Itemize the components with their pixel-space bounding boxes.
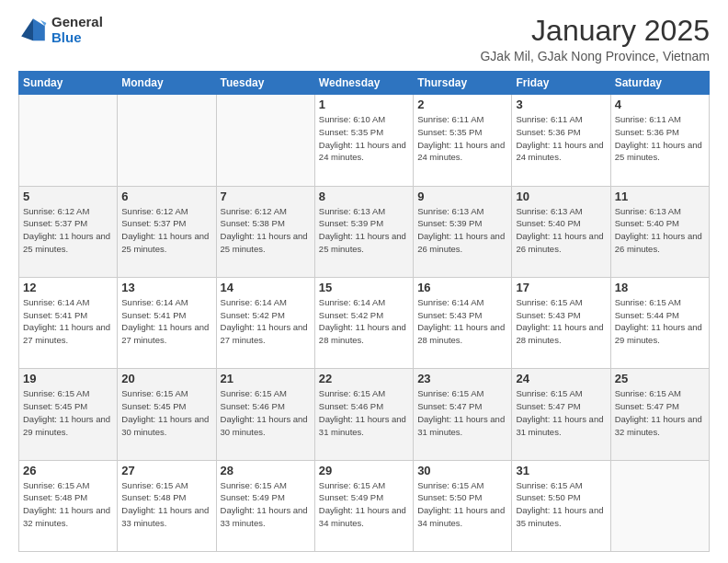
logo-icon [18,16,48,45]
day-detail: Sunrise: 6:15 AMSunset: 5:45 PMDaylight:… [121,387,211,438]
calendar-cell-w2-d3: 7Sunrise: 6:12 AMSunset: 5:38 PMDaylight… [216,186,314,277]
day-detail: Sunrise: 6:13 AMSunset: 5:39 PMDaylight:… [417,205,507,256]
col-wednesday: Wednesday [314,72,413,95]
calendar-cell-w5-d6: 31Sunrise: 6:15 AMSunset: 5:50 PMDayligh… [512,460,610,551]
day-detail: Sunrise: 6:12 AMSunset: 5:38 PMDaylight:… [221,205,311,256]
calendar-cell-w5-d2: 27Sunrise: 6:15 AMSunset: 5:48 PMDayligh… [118,460,216,551]
calendar-cell-w1-d3 [216,95,314,186]
col-thursday: Thursday [414,72,512,95]
calendar-table: Sunday Monday Tuesday Wednesday Thursday… [18,71,710,552]
day-number: 31 [516,464,606,477]
col-sunday: Sunday [19,72,118,95]
day-number: 13 [121,281,211,294]
day-detail: Sunrise: 6:15 AMSunset: 5:47 PMDaylight:… [516,387,606,438]
day-number: 23 [417,372,507,385]
page: General Blue January 2025 GJak Mil, GJak… [0,0,728,563]
day-detail: Sunrise: 6:14 AMSunset: 5:42 PMDaylight:… [319,296,409,347]
calendar-week-4: 19Sunrise: 6:15 AMSunset: 5:45 PMDayligh… [19,369,710,460]
calendar-cell-w3-d1: 12Sunrise: 6:14 AMSunset: 5:41 PMDayligh… [19,277,118,368]
day-detail: Sunrise: 6:15 AMSunset: 5:47 PMDaylight:… [615,387,705,438]
day-number: 16 [417,281,507,294]
day-detail: Sunrise: 6:15 AMSunset: 5:49 PMDaylight:… [319,479,409,530]
calendar-cell-w5-d5: 30Sunrise: 6:15 AMSunset: 5:50 PMDayligh… [414,460,512,551]
day-detail: Sunrise: 6:14 AMSunset: 5:41 PMDaylight:… [23,296,113,347]
calendar-cell-w4-d3: 21Sunrise: 6:15 AMSunset: 5:46 PMDayligh… [216,369,314,460]
header: General Blue January 2025 GJak Mil, GJak… [18,15,710,63]
calendar-cell-w1-d2 [118,95,216,186]
day-number: 24 [516,372,606,385]
day-number: 18 [615,281,705,294]
calendar-cell-w3-d7: 18Sunrise: 6:15 AMSunset: 5:44 PMDayligh… [610,277,709,368]
logo-blue-text: Blue [51,30,103,46]
day-number: 29 [319,464,409,477]
calendar-cell-w2-d6: 10Sunrise: 6:13 AMSunset: 5:40 PMDayligh… [512,186,610,277]
calendar-header-row: Sunday Monday Tuesday Wednesday Thursday… [19,72,710,95]
calendar-cell-w4-d7: 25Sunrise: 6:15 AMSunset: 5:47 PMDayligh… [610,369,709,460]
day-number: 3 [516,98,606,111]
logo-text: General Blue [51,15,103,45]
day-detail: Sunrise: 6:11 AMSunset: 5:36 PMDaylight:… [516,113,606,164]
day-number: 8 [319,190,409,203]
calendar-cell-w2-d1: 5Sunrise: 6:12 AMSunset: 5:37 PMDaylight… [19,186,118,277]
calendar-cell-w1-d5: 2Sunrise: 6:11 AMSunset: 5:35 PMDaylight… [414,95,512,186]
calendar-cell-w4-d5: 23Sunrise: 6:15 AMSunset: 5:47 PMDayligh… [414,369,512,460]
day-detail: Sunrise: 6:15 AMSunset: 5:46 PMDaylight:… [319,387,409,438]
calendar-cell-w2-d7: 11Sunrise: 6:13 AMSunset: 5:40 PMDayligh… [610,186,709,277]
day-number: 12 [23,281,113,294]
day-detail: Sunrise: 6:12 AMSunset: 5:37 PMDaylight:… [121,205,211,256]
title-block: January 2025 GJak Mil, GJak Nong Provinc… [480,15,710,63]
day-detail: Sunrise: 6:13 AMSunset: 5:39 PMDaylight:… [319,205,409,256]
calendar-week-2: 5Sunrise: 6:12 AMSunset: 5:37 PMDaylight… [19,186,710,277]
calendar-cell-w3-d6: 17Sunrise: 6:15 AMSunset: 5:43 PMDayligh… [512,277,610,368]
calendar-cell-w1-d4: 1Sunrise: 6:10 AMSunset: 5:35 PMDaylight… [314,95,413,186]
svg-marker-1 [21,18,33,40]
day-number: 6 [121,190,211,203]
day-detail: Sunrise: 6:15 AMSunset: 5:49 PMDaylight:… [221,479,311,530]
day-detail: Sunrise: 6:15 AMSunset: 5:48 PMDaylight:… [121,479,211,530]
day-number: 21 [221,372,311,385]
location-title: GJak Mil, GJak Nong Province, Vietnam [480,49,710,63]
calendar-cell-w1-d7: 4Sunrise: 6:11 AMSunset: 5:36 PMDaylight… [610,95,709,186]
calendar-cell-w4-d2: 20Sunrise: 6:15 AMSunset: 5:45 PMDayligh… [118,369,216,460]
month-title: January 2025 [480,15,710,47]
calendar-week-5: 26Sunrise: 6:15 AMSunset: 5:48 PMDayligh… [19,460,710,551]
day-number: 7 [221,190,311,203]
calendar-cell-w4-d4: 22Sunrise: 6:15 AMSunset: 5:46 PMDayligh… [314,369,413,460]
day-detail: Sunrise: 6:14 AMSunset: 5:42 PMDaylight:… [221,296,311,347]
day-number: 17 [516,281,606,294]
calendar-cell-w5-d4: 29Sunrise: 6:15 AMSunset: 5:49 PMDayligh… [314,460,413,551]
day-number: 27 [121,464,211,477]
day-number: 28 [221,464,311,477]
day-number: 15 [319,281,409,294]
calendar-cell-w5-d3: 28Sunrise: 6:15 AMSunset: 5:49 PMDayligh… [216,460,314,551]
day-number: 20 [121,372,211,385]
col-monday: Monday [118,72,216,95]
day-number: 25 [615,372,705,385]
calendar-cell-w1-d1 [19,95,118,186]
calendar-cell-w3-d4: 15Sunrise: 6:14 AMSunset: 5:42 PMDayligh… [314,277,413,368]
calendar-cell-w2-d5: 9Sunrise: 6:13 AMSunset: 5:39 PMDaylight… [414,186,512,277]
day-number: 5 [23,190,113,203]
day-detail: Sunrise: 6:13 AMSunset: 5:40 PMDaylight:… [615,205,705,256]
day-detail: Sunrise: 6:10 AMSunset: 5:35 PMDaylight:… [319,113,409,164]
col-friday: Friday [512,72,610,95]
logo: General Blue [18,15,103,45]
day-number: 26 [23,464,113,477]
calendar-cell-w2-d2: 6Sunrise: 6:12 AMSunset: 5:37 PMDaylight… [118,186,216,277]
day-detail: Sunrise: 6:15 AMSunset: 5:43 PMDaylight:… [516,296,606,347]
col-saturday: Saturday [610,72,709,95]
calendar-cell-w2-d4: 8Sunrise: 6:13 AMSunset: 5:39 PMDaylight… [314,186,413,277]
calendar-cell-w5-d7 [610,460,709,551]
logo-general-text: General [51,15,103,30]
day-detail: Sunrise: 6:15 AMSunset: 5:46 PMDaylight:… [221,387,311,438]
day-detail: Sunrise: 6:15 AMSunset: 5:50 PMDaylight:… [417,479,507,530]
calendar-cell-w3-d3: 14Sunrise: 6:14 AMSunset: 5:42 PMDayligh… [216,277,314,368]
day-detail: Sunrise: 6:11 AMSunset: 5:35 PMDaylight:… [417,113,507,164]
calendar-cell-w4-d6: 24Sunrise: 6:15 AMSunset: 5:47 PMDayligh… [512,369,610,460]
calendar-cell-w3-d2: 13Sunrise: 6:14 AMSunset: 5:41 PMDayligh… [118,277,216,368]
day-number: 22 [319,372,409,385]
calendar-cell-w5-d1: 26Sunrise: 6:15 AMSunset: 5:48 PMDayligh… [19,460,118,551]
day-detail: Sunrise: 6:14 AMSunset: 5:43 PMDaylight:… [417,296,507,347]
calendar-week-1: 1Sunrise: 6:10 AMSunset: 5:35 PMDaylight… [19,95,710,186]
day-detail: Sunrise: 6:15 AMSunset: 5:45 PMDaylight:… [23,387,113,438]
